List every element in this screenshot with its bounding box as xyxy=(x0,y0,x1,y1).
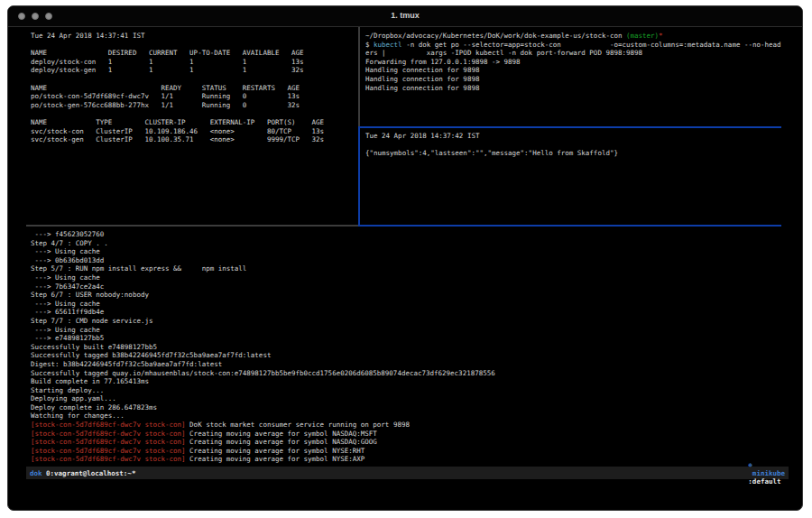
terminal-line: Step 7/7 : CMD node service.js xyxy=(31,317,789,326)
terminal-line: Handling connection for 9898 xyxy=(365,66,789,75)
pane-port-forward[interactable]: ~/Dropbox/advocacy/Kubernetes/DoK/work/d… xyxy=(362,27,789,126)
terminal-line: Deploying app.yaml... xyxy=(31,394,789,403)
terminal-line: ---> Using cache xyxy=(31,326,789,335)
terminal-line: svc/stock-con ClusterIP 10.109.186.46 <n… xyxy=(31,127,358,136)
terminal-line: NAME TYPE CLUSTER-IP EXTERNAL-IP PORT(S)… xyxy=(31,118,358,127)
window-title: 1. tmux xyxy=(8,11,802,20)
terminal-line: [stock-con-5d7df689cf-dwc7v stock-con] C… xyxy=(31,430,789,439)
terminal-line: Tue 24 Apr 2018 14:37:41 IST xyxy=(31,32,358,41)
terminal-line xyxy=(31,41,358,50)
terminal-line: Watching for changes... xyxy=(31,412,789,421)
pane-skaffold-build[interactable]: ---> f45623052760Step 4/7 : COPY . . ---… xyxy=(26,227,789,465)
kubernetes-icon: ☸ xyxy=(748,461,752,469)
terminal-line: Handling connection for 9898 xyxy=(365,75,789,84)
terminal-line: ---> 0b636bd013dd xyxy=(31,256,789,265)
pane-divider-horizontal-bottom-active[interactable] xyxy=(358,225,781,227)
terminal-line: Step 6/7 : USER nobody:nobody xyxy=(31,291,789,300)
tmux-session-name[interactable]: dok xyxy=(30,469,42,477)
tmux-status-bar: dok 0:vagrant@localhost:~* ☸ minikube :d… xyxy=(26,467,789,479)
terminal-line: Successfully built e74898127bb5 xyxy=(31,343,789,352)
terminal-line: Handling connection for 9898 xyxy=(365,84,789,93)
pane-kubectl-watch[interactable]: Tue 24 Apr 2018 14:37:41 IST NAME DESIRE… xyxy=(26,27,358,225)
terminal-line: po/stock-gen-576cc688bb-277hx 1/1 Runnin… xyxy=(31,101,358,110)
terminal-line: po/stock-con-5d7df689cf-dwc7v 1/1 Runnin… xyxy=(31,92,358,101)
terminal-line: Step 4/7 : COPY . . xyxy=(31,239,789,248)
terminal-line: ---> e74898127bb5 xyxy=(31,334,789,343)
tmux-display: Tue 24 Apr 2018 14:37:41 IST NAME DESIRE… xyxy=(26,27,789,505)
terminal-line: ---> Using cache xyxy=(31,300,789,309)
terminal-line: ---> f45623052760 xyxy=(31,230,789,239)
terminal-line: deploy/stock-gen 1 1 1 1 32s xyxy=(31,66,358,75)
terminal-line: svc/stock-gen ClusterIP 10.100.35.71 <no… xyxy=(31,135,358,144)
terminal-line: [stock-con-5d7df689cf-dwc7v stock-con] C… xyxy=(31,455,789,464)
terminal-line: deploy/stock-con 1 1 1 1 13s xyxy=(31,58,358,67)
kube-context: minikube xyxy=(748,469,785,477)
status-right: ☸ minikube :default xyxy=(715,453,785,494)
terminal-line: Build complete in 77.165413ms xyxy=(31,377,789,386)
terminal-line: Step 5/7 : RUN npm install express && np… xyxy=(31,264,789,273)
terminal-line xyxy=(31,109,358,118)
tmux-window-item[interactable]: 0:vagrant@localhost:~* xyxy=(46,469,135,477)
terminal-line: $ kubectl -n dok get po --selector=app=s… xyxy=(365,41,789,50)
terminal-window: 1. tmux Tue 24 Apr 2018 14:37:41 IST NAM… xyxy=(7,5,803,511)
pane-curl-output[interactable]: Tue 24 Apr 2018 14:37:42 IST {"numsymbol… xyxy=(362,128,789,223)
terminal-line: [stock-con-5d7df689cf-dwc7v stock-con] D… xyxy=(31,421,789,430)
pane-divider-vertical-top[interactable] xyxy=(358,27,360,126)
terminal-line: Digest: b38b42246945fd7f32c5ba9aea7af7fd… xyxy=(31,360,789,369)
terminal-line: ---> 65611ff9db4e xyxy=(31,308,789,317)
window-titlebar[interactable]: 1. tmux xyxy=(8,6,802,27)
terminal-line: Successfully tagged quay.io/mhausenblas/… xyxy=(31,369,789,378)
terminal-line: Forwarding from 127.0.0.1:9898 -> 9898 xyxy=(365,58,789,67)
pane-divider-horizontal-left[interactable] xyxy=(26,225,358,227)
kube-namespace: :default xyxy=(748,477,780,486)
terminal-line: Tue 24 Apr 2018 14:37:42 IST xyxy=(365,132,789,141)
terminal-line: Deploy complete in 286.647823ms xyxy=(31,403,789,412)
pane-divider-horizontal-right-active[interactable] xyxy=(358,126,781,128)
terminal-line: [stock-con-5d7df689cf-dwc7v stock-con] C… xyxy=(31,438,789,447)
terminal-line xyxy=(31,75,358,84)
terminal-line: Starting deploy... xyxy=(31,386,789,395)
terminal-line xyxy=(365,141,789,150)
terminal-line: {"numsymbols":4,"lastseen":"","message":… xyxy=(365,149,789,158)
terminal-line: Successfully tagged b38b42246945fd7f32c5… xyxy=(31,351,789,360)
terminal-line: ---> Using cache xyxy=(31,273,789,282)
terminal-line: NAME DESIRED CURRENT UP-TO-DATE AVAILABL… xyxy=(31,49,358,58)
terminal-line: ---> 7b6347ce2a4c xyxy=(31,282,789,291)
terminal-line: ers | xargs -IPOD kubectl -n dok port-fo… xyxy=(365,49,789,58)
terminal-line: NAME READY STATUS RESTARTS AGE xyxy=(31,84,358,93)
terminal-line: ~/Dropbox/advocacy/Kubernetes/DoK/work/d… xyxy=(365,32,789,41)
terminal-line: ---> Using cache xyxy=(31,247,789,256)
pane-divider-vertical-active[interactable] xyxy=(358,126,360,227)
terminal-line: [stock-con-5d7df689cf-dwc7v stock-con] C… xyxy=(31,447,789,456)
